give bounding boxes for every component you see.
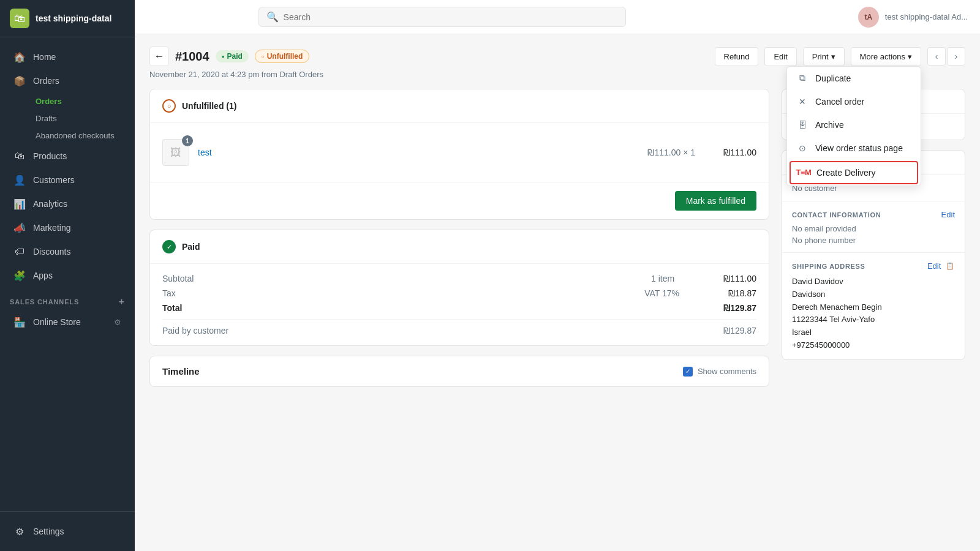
sidebar-item-customers[interactable]: 👤 Customers <box>4 168 131 192</box>
dropdown-label-archive: Archive <box>815 120 844 130</box>
sidebar-item-orders[interactable]: 📦 Orders <box>4 69 131 92</box>
payment-title: Paid <box>182 242 200 252</box>
payment-card: ✓ Paid Subtotal 1 item ₪111.00 Tax <box>149 230 769 346</box>
analytics-icon: 📊 <box>13 198 26 210</box>
user-avatar[interactable]: tA <box>858 7 879 28</box>
sidebar-item-discounts[interactable]: 🏷 Discounts <box>4 240 131 263</box>
subtotal-label: Subtotal <box>162 274 194 283</box>
sidebar-item-analytics[interactable]: 📊 Analytics <box>4 192 131 216</box>
subtotal-qty: 1 item <box>651 274 674 283</box>
order-number: #1004 <box>175 50 209 64</box>
discounts-icon: 🏷 <box>13 246 26 258</box>
add-sales-channel-icon[interactable]: + <box>119 296 125 307</box>
print-label: Print <box>812 52 829 61</box>
orders-submenu: Orders Drafts Abandoned checkouts <box>0 93 135 144</box>
search-input[interactable] <box>284 12 618 22</box>
topbar-username: test shipping-datal Ad... <box>885 12 968 21</box>
paid-val: ₪129.87 <box>723 326 756 335</box>
dropdown-label-duplicate: Duplicate <box>815 73 851 83</box>
main-area: 🔍 tA test shipping-datal Ad... ← #1004 P… <box>135 0 980 551</box>
sidebar-item-label-discounts: Discounts <box>33 247 70 257</box>
total-label: Total <box>162 303 182 313</box>
sidebar-item-label-customers: Customers <box>33 175 75 185</box>
summary-divider <box>162 319 756 320</box>
sidebar-bottom: ⚙ Settings <box>0 511 135 551</box>
more-actions-label: More actions <box>860 52 905 61</box>
sidebar-item-label-settings: Settings <box>33 527 64 536</box>
show-comments-label: Show comments <box>698 367 756 376</box>
tax-val: ₪18.87 <box>728 288 756 298</box>
sidebar-sub-abandoned[interactable]: Abandoned checkouts <box>28 127 135 144</box>
prev-order-button[interactable]: ‹ <box>927 47 946 66</box>
sidebar-item-products[interactable]: 🛍 Products <box>4 144 131 168</box>
cancel-icon: ✕ <box>797 96 808 107</box>
contact-edit-link[interactable]: Edit <box>941 210 955 219</box>
shipping-company: Davidson <box>792 288 955 301</box>
search-container[interactable]: 🔍 <box>258 7 626 27</box>
user-avatar-initials: tA <box>864 13 872 21</box>
home-icon: 🏠 <box>13 51 26 63</box>
sidebar-item-apps[interactable]: 🧩 Apps <box>4 264 131 287</box>
back-button[interactable]: ← <box>149 47 169 66</box>
copy-address-icon[interactable]: 📋 <box>946 262 955 270</box>
timeline-title: Timeline <box>162 366 200 377</box>
sidebar-item-home[interactable]: 🏠 Home <box>4 45 131 69</box>
apps-icon: 🧩 <box>13 269 26 282</box>
sidebar-item-settings[interactable]: ⚙ Settings <box>4 520 131 543</box>
customers-icon: 👤 <box>13 174 26 186</box>
dropdown-item-archive[interactable]: 🗄 Archive <box>787 113 921 137</box>
marketing-icon: 📣 <box>13 222 26 234</box>
next-order-button[interactable]: › <box>947 47 965 66</box>
shipping-edit-link[interactable]: Edit <box>927 261 941 271</box>
refund-button[interactable]: Refund <box>715 47 759 66</box>
sidebar-sub-drafts[interactable]: Drafts <box>28 110 135 127</box>
sidebar-item-online-store[interactable]: 🏪 Online Store ⚙ <box>4 310 131 334</box>
shipping-street: Derech Menachem Begin <box>792 301 955 314</box>
payment-card-body: Subtotal 1 item ₪111.00 Tax VAT 17% ₪18.… <box>150 264 769 345</box>
paid-status-icon: ✓ <box>162 240 176 253</box>
unfulfilled-status-icon: ○ <box>162 99 176 113</box>
tax-row: Tax VAT 17% ₪18.87 <box>162 288 756 298</box>
item-total: ₪111.00 <box>707 148 756 157</box>
sidebar-sub-orders[interactable]: Orders <box>28 93 135 110</box>
shipping-country: Israel <box>792 326 955 339</box>
sidebar-item-label-marketing: Marketing <box>33 223 70 233</box>
more-actions-dropdown: ⧉ Duplicate ✕ Cancel order 🗄 Archive <box>786 66 921 186</box>
dropdown-item-duplicate[interactable]: ⧉ Duplicate <box>787 67 921 90</box>
more-actions-button[interactable]: More actions ▾ <box>851 47 921 66</box>
total-val: ₪129.87 <box>723 303 756 313</box>
subtotal-val: ₪111.00 <box>723 274 756 283</box>
dropdown-label-create-delivery: Create Delivery <box>816 168 875 178</box>
order-nav-arrows: ‹ › <box>927 47 965 66</box>
paid-badge: Paid <box>216 50 249 62</box>
dropdown-item-create-delivery[interactable]: T≡M Create Delivery <box>790 161 918 184</box>
sidebar-item-marketing[interactable]: 📣 Marketing <box>4 216 131 239</box>
mark-fulfilled-button[interactable]: Mark as fulfilled <box>675 191 756 211</box>
duplicate-icon: ⧉ <box>797 73 808 84</box>
contact-info-title: CONTACT INFORMATION <box>792 211 881 219</box>
sidebar-item-label-orders: Orders <box>33 76 59 86</box>
line-item: 🖼 1 test ₪111.00 × 1 ₪111.00 <box>162 133 756 172</box>
tax-label: Tax <box>162 288 176 298</box>
subtotal-row: Subtotal 1 item ₪111.00 <box>162 274 756 283</box>
sidebar-logo[interactable]: 🛍 test shipping-datal <box>0 0 135 37</box>
print-button[interactable]: Print ▾ <box>803 47 845 66</box>
item-name-link[interactable]: test <box>198 148 639 157</box>
view-status-icon: ⊙ <box>797 143 808 154</box>
paid-label: Paid by customer <box>162 326 228 335</box>
sidebar: 🛍 test shipping-datal 🏠 Home 📦 Orders Or… <box>0 0 135 551</box>
shipping-address-text: David Davidov Davidson Derech Menachem B… <box>792 276 955 352</box>
no-email: No email provided <box>792 224 955 233</box>
create-delivery-icon: T≡M <box>798 167 809 178</box>
products-icon: 🛍 <box>13 150 26 162</box>
edit-button[interactable]: Edit <box>764 47 796 66</box>
topbar: 🔍 tA test shipping-datal Ad... <box>135 0 980 34</box>
online-store-icon: 🏪 <box>13 316 26 328</box>
show-comments-checkbox[interactable]: ✓ <box>683 367 693 377</box>
store-name: test shipping-datal <box>36 13 111 23</box>
sidebar-item-label-home: Home <box>33 52 56 62</box>
online-store-settings-icon[interactable]: ⚙ <box>114 318 121 327</box>
dropdown-item-view-status[interactable]: ⊙ View order status page <box>787 137 921 160</box>
contact-info-label: CONTACT INFORMATION Edit <box>792 210 955 219</box>
dropdown-item-cancel[interactable]: ✕ Cancel order <box>787 90 921 113</box>
